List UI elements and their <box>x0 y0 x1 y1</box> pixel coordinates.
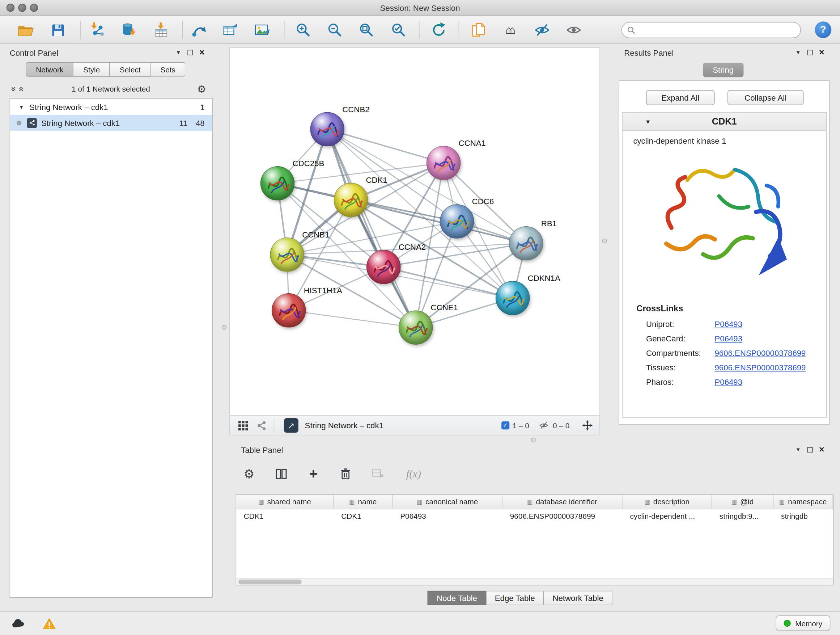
hidden-eye-slash-icon <box>538 421 550 429</box>
apply-layout-button[interactable] <box>427 20 450 40</box>
crosslink-row: Tissues: 9606.ENSP00000378699 <box>622 360 826 375</box>
hide-selected-button[interactable] <box>531 20 554 40</box>
table-arrow-icon <box>223 22 238 38</box>
splitter-handle[interactable] <box>222 325 226 329</box>
column-header[interactable]: ▦database identifier <box>502 495 622 509</box>
close-panel-icon[interactable]: × <box>199 50 205 55</box>
maximize-panel-icon[interactable] <box>807 50 813 55</box>
show-columns-button[interactable] <box>272 465 290 483</box>
network-node-ccna2[interactable] <box>366 250 401 284</box>
network-edge[interactable] <box>289 310 416 327</box>
eye-slash-icon <box>534 23 550 37</box>
column-header[interactable]: ▦canonical name <box>393 495 502 509</box>
crosslink-link[interactable]: P06493 <box>714 320 742 329</box>
collapse-all-button[interactable]: Collapse All <box>728 90 804 105</box>
network-node-rb1[interactable] <box>509 226 543 261</box>
application-window: Session: New Session <box>0 0 840 635</box>
copy-document-button[interactable] <box>467 20 490 40</box>
network-edge[interactable] <box>327 129 416 328</box>
column-header[interactable]: ▦@id <box>712 495 774 509</box>
column-header[interactable]: ▦name <box>334 495 393 509</box>
save-session-button[interactable] <box>46 20 69 40</box>
tab-string[interactable]: String <box>703 63 744 77</box>
column-header[interactable]: ▦shared name <box>236 495 334 509</box>
tab-network-table[interactable]: Network Table <box>544 591 613 605</box>
crosslink-link[interactable]: 9606.ENSP00000378699 <box>714 348 806 358</box>
import-network-database-button[interactable] <box>117 20 141 40</box>
warnings-button[interactable] <box>39 616 60 631</box>
horizontal-scrollbar[interactable] <box>236 578 833 585</box>
network-collection-row[interactable]: ▼ String Network – cdk1 1 <box>10 98 212 114</box>
collection-count: 1 <box>200 102 204 111</box>
crosslink-link[interactable]: P06493 <box>714 334 742 343</box>
cloud-status-button[interactable] <box>8 616 29 631</box>
collapse-arrow-icon[interactable]: ▼ <box>19 104 24 110</box>
network-node-hist1h1a[interactable] <box>272 293 306 328</box>
network-node-cdc6[interactable] <box>440 204 474 239</box>
network-node-ccne1[interactable] <box>399 310 433 345</box>
tab-edge-table[interactable]: Edge Table <box>486 591 544 605</box>
memory-button[interactable]: Memory <box>776 616 830 631</box>
float-panel-icon[interactable]: ▼ <box>796 49 801 55</box>
collapse-section-icon[interactable]: ▼ <box>645 119 651 125</box>
close-panel-icon[interactable]: × <box>819 50 824 55</box>
create-column-button[interactable]: + <box>304 465 322 483</box>
network-node-cdc25b[interactable] <box>261 166 295 201</box>
float-panel-icon[interactable]: ▼ <box>176 49 181 55</box>
maximize-panel-icon[interactable] <box>807 447 813 452</box>
delete-column-button[interactable] <box>336 465 355 483</box>
network-view[interactable]: CCNB2CCNA1CDC25BCDK1CDC6RB1CCNB1CCNA2CDK… <box>229 47 600 415</box>
selected-checkbox-icon[interactable]: ✓ <box>501 421 509 429</box>
scrollbar-thumb[interactable] <box>238 580 302 584</box>
tab-node-table[interactable]: Node Table <box>428 591 486 605</box>
splitter-handle[interactable] <box>602 239 607 243</box>
tab-sets[interactable]: Sets <box>151 62 186 77</box>
first-neighbors-button[interactable]: ⌂⌂ <box>499 20 523 40</box>
collapse-all-networks-icon[interactable]: » <box>16 85 26 93</box>
share-network-button[interactable] <box>252 416 270 434</box>
function-builder-button[interactable]: f(x) <box>401 465 426 483</box>
table-row[interactable]: CDK1 CDK1 P06493 9606.ENSP00000378699 cy… <box>236 509 833 524</box>
network-node-cdkn1a[interactable] <box>496 281 530 315</box>
tab-select[interactable]: Select <box>110 62 150 77</box>
network-node-ccna1[interactable] <box>426 146 461 180</box>
title-bar: Session: New Session <box>0 0 840 16</box>
export-image-button[interactable] <box>250 20 274 40</box>
open-in-browser-button[interactable]: ↗ <box>284 418 298 432</box>
search-input[interactable] <box>638 26 800 35</box>
float-panel-icon[interactable]: ▼ <box>796 447 801 453</box>
crosslink-link[interactable]: P06493 <box>714 378 742 386</box>
column-header[interactable]: ▦description <box>622 495 712 509</box>
zoom-out-button[interactable] <box>323 20 347 40</box>
import-network-file-button[interactable] <box>86 20 110 40</box>
maximize-panel-icon[interactable] <box>187 50 193 55</box>
network-row-selected[interactable]: String Network – cdk1 11 48 <box>10 115 212 131</box>
splitter-handle[interactable] <box>531 437 536 442</box>
import-table-button[interactable] <box>149 20 173 40</box>
network-node-ccnb2[interactable] <box>310 112 344 147</box>
new-network-button[interactable] <box>187 20 211 40</box>
network-node-ccnb1[interactable] <box>270 238 304 272</box>
network-node-cdk1[interactable] <box>334 183 368 217</box>
expand-all-button[interactable]: Expand All <box>646 90 715 105</box>
column-icon: ▦ <box>731 498 737 505</box>
zoom-in-button[interactable] <box>292 20 315 40</box>
column-icon: ▦ <box>349 498 355 505</box>
protein-structure-thumb <box>399 311 433 345</box>
network-options-gear-icon[interactable]: ⚙ <box>197 83 206 95</box>
zoom-fit-button[interactable] <box>355 20 378 40</box>
birds-eye-view-button[interactable] <box>234 416 252 434</box>
new-table-button[interactable] <box>218 20 242 40</box>
pan-mode-button[interactable] <box>578 416 596 434</box>
open-session-button[interactable] <box>14 20 38 40</box>
table-options-button[interactable]: ⚙ <box>240 465 258 483</box>
crosslink-link[interactable]: 9606.ENSP00000378699 <box>714 363 806 372</box>
help-button[interactable]: ? <box>815 21 831 38</box>
tab-network[interactable]: Network <box>26 62 73 77</box>
gene-section-header[interactable]: ▼ CDK1 <box>622 112 826 131</box>
column-header[interactable]: ▦namespace <box>774 495 833 509</box>
show-all-button[interactable] <box>562 20 585 40</box>
tab-style[interactable]: Style <box>73 62 110 77</box>
close-panel-icon[interactable]: × <box>819 447 824 452</box>
zoom-selected-button[interactable] <box>387 20 410 40</box>
